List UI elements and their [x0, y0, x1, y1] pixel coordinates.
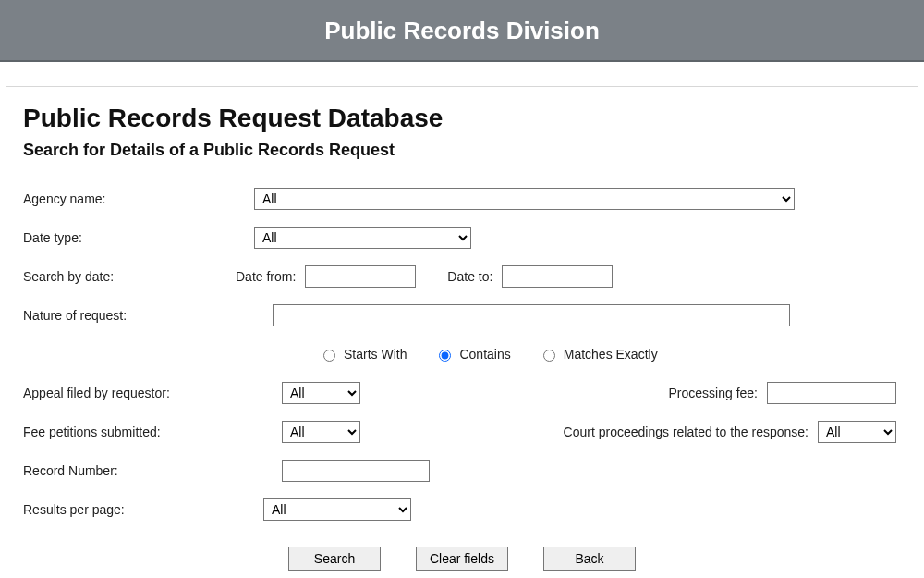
- row-record-number: Record Number:: [23, 458, 901, 484]
- date-to-input[interactable]: [502, 265, 613, 288]
- search-card: Public Records Request Database Search f…: [6, 86, 918, 578]
- radio-matches-exactly-label: Matches Exactly: [564, 347, 658, 362]
- label-court-proceedings: Court proceedings related to the respons…: [564, 424, 808, 439]
- button-row: Search Clear fields Back: [23, 547, 901, 571]
- radio-matches-exactly[interactable]: Matches Exactly: [539, 347, 658, 362]
- label-date-type: Date type:: [23, 230, 254, 245]
- back-button[interactable]: Back: [543, 547, 636, 571]
- label-results-per-page: Results per page:: [23, 502, 263, 517]
- label-search-by-date: Search by date:: [23, 269, 236, 284]
- label-date-to: Date to:: [447, 269, 492, 284]
- row-fee-petitions: Fee petitions submitted: All Court proce…: [23, 419, 901, 445]
- label-processing-fee: Processing fee:: [669, 386, 759, 400]
- clear-fields-button[interactable]: Clear fields: [416, 547, 508, 571]
- label-appeal: Appeal filed by requestor:: [23, 386, 282, 400]
- agency-select[interactable]: All: [254, 188, 795, 210]
- page-subtitle: Search for Details of a Public Records R…: [23, 141, 901, 160]
- court-proceedings-select[interactable]: All: [818, 421, 896, 443]
- radio-matches-exactly-input[interactable]: [543, 350, 555, 362]
- radio-starts-with-label: Starts With: [344, 347, 407, 362]
- search-button[interactable]: Search: [288, 547, 381, 571]
- label-record-number: Record Number:: [23, 463, 282, 478]
- page-title: Public Records Request Database: [23, 104, 901, 133]
- row-date-type: Date type: All: [23, 225, 901, 251]
- results-per-page-select[interactable]: All: [263, 498, 411, 521]
- label-agency: Agency name:: [23, 191, 254, 206]
- nature-input[interactable]: [273, 304, 790, 326]
- banner: Public Records Division: [0, 0, 924, 62]
- row-agency: Agency name: All: [23, 186, 901, 212]
- radio-starts-with[interactable]: Starts With: [319, 347, 407, 362]
- radio-contains[interactable]: Contains: [434, 347, 510, 362]
- radio-starts-with-input[interactable]: [323, 350, 335, 362]
- banner-title: Public Records Division: [0, 17, 924, 45]
- label-fee-petitions: Fee petitions submitted:: [23, 424, 282, 439]
- row-appeal: Appeal filed by requestor: All Processin…: [23, 380, 901, 406]
- label-date-from: Date from:: [236, 269, 296, 284]
- appeal-select[interactable]: All: [282, 382, 360, 404]
- row-match-mode: Starts With Contains Matches Exactly: [23, 341, 901, 367]
- record-number-input[interactable]: [282, 460, 430, 482]
- fee-petitions-select[interactable]: All: [282, 421, 360, 443]
- spacer: [0, 62, 924, 86]
- row-results-per-page: Results per page: All: [23, 497, 901, 523]
- date-type-select[interactable]: All: [254, 227, 471, 249]
- row-search-by-date: Search by date: Date from: Date to:: [23, 264, 901, 289]
- row-nature: Nature of request:: [23, 302, 901, 328]
- label-nature: Nature of request:: [23, 308, 273, 323]
- processing-fee-input[interactable]: [767, 382, 896, 404]
- date-from-input[interactable]: [305, 265, 416, 288]
- radio-contains-input[interactable]: [439, 350, 451, 362]
- radio-contains-label: Contains: [459, 347, 510, 362]
